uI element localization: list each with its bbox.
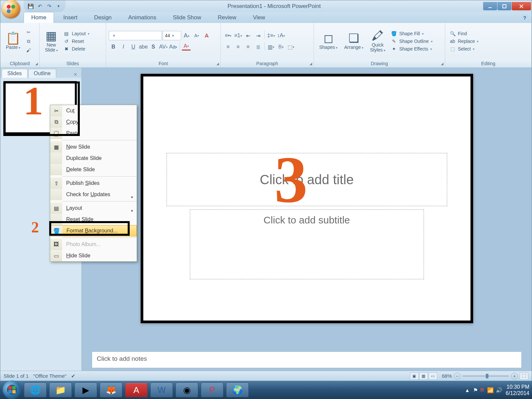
tab-slideshow[interactable]: Slide Show bbox=[166, 12, 208, 23]
ctx-layout[interactable]: ▤Layout bbox=[50, 202, 137, 214]
char-spacing-button[interactable]: AV bbox=[159, 42, 168, 52]
ctx-check-updates[interactable]: Check for Updates bbox=[50, 189, 137, 200]
launcher-icon[interactable]: ◢ bbox=[35, 62, 38, 66]
ctx-reset-slide[interactable]: Reset Slide bbox=[50, 214, 137, 225]
tray-shield-icon[interactable]: ⛨ bbox=[480, 387, 485, 393]
underline-button[interactable]: U bbox=[129, 42, 138, 52]
launcher-icon[interactable]: ◢ bbox=[310, 62, 312, 66]
bold-button[interactable]: B bbox=[109, 42, 118, 52]
numbering-button[interactable]: ≡1 bbox=[233, 31, 243, 40]
close-panel-icon[interactable]: ✕ bbox=[71, 71, 80, 78]
ctx-cut[interactable]: ✂Cut bbox=[50, 105, 137, 116]
undo-icon[interactable]: ↶ bbox=[36, 3, 44, 10]
ctx-copy[interactable]: ⧉Copy bbox=[50, 116, 137, 128]
redo-icon[interactable]: ↷ bbox=[46, 3, 53, 10]
smartart-button[interactable]: ⬚ bbox=[286, 42, 296, 52]
spellcheck-icon[interactable]: ✔ bbox=[71, 373, 75, 379]
tab-insert[interactable]: Insert bbox=[56, 12, 85, 23]
tray-network-icon[interactable]: 📶 bbox=[487, 387, 494, 393]
find-button[interactable]: 🔍Find bbox=[448, 30, 480, 37]
tab-slides[interactable]: Slides bbox=[2, 69, 28, 78]
launcher-icon[interactable]: ◢ bbox=[441, 62, 444, 66]
zoom-slider[interactable] bbox=[463, 375, 509, 377]
tray-flag-icon[interactable]: ⚑ bbox=[473, 387, 478, 393]
cut-icon[interactable]: ✂ bbox=[25, 28, 33, 36]
ctx-publish-slides[interactable]: ⇪Publish Slides bbox=[50, 178, 137, 189]
zoom-out-button[interactable]: − bbox=[454, 373, 461, 379]
arrange-button[interactable]: ❏Arrange bbox=[341, 31, 366, 51]
ctx-photo-album[interactable]: 🖼Photo Album... bbox=[50, 239, 137, 250]
task-app-icon[interactable]: 🌍 bbox=[226, 383, 249, 397]
fit-window-icon[interactable]: ⛶ bbox=[520, 372, 528, 380]
qat-dropdown-icon[interactable]: ▼ bbox=[55, 3, 62, 10]
align-center-icon[interactable]: ≡ bbox=[233, 42, 243, 52]
align-left-icon[interactable]: ≡ bbox=[223, 42, 233, 52]
replace-button[interactable]: abReplace bbox=[448, 38, 480, 45]
task-powerpoint-icon[interactable]: P bbox=[201, 383, 223, 397]
grow-font-icon[interactable]: A▴ bbox=[182, 31, 191, 40]
shape-fill-button[interactable]: 🪣Shape Fill bbox=[389, 30, 434, 37]
close-button[interactable] bbox=[512, 2, 531, 10]
change-case-button[interactable]: Aa bbox=[169, 42, 178, 52]
start-button[interactable] bbox=[3, 380, 21, 399]
task-firefox-icon[interactable]: 🦊 bbox=[100, 383, 122, 397]
task-word-icon[interactable]: W bbox=[150, 383, 173, 397]
slide-canvas[interactable]: Click to add title Click to add subtitle bbox=[141, 74, 473, 323]
task-explorer-icon[interactable]: 📁 bbox=[49, 383, 72, 397]
layout-button[interactable]: ▤Layout bbox=[62, 30, 91, 37]
notes-pane[interactable]: Click to add notes bbox=[92, 351, 522, 368]
reset-button[interactable]: ↺Reset bbox=[62, 38, 91, 45]
office-button[interactable] bbox=[2, 0, 20, 18]
maximize-button[interactable] bbox=[497, 2, 511, 10]
shadow-button[interactable]: S bbox=[149, 42, 158, 52]
new-slide-button[interactable]: ▦New Slide bbox=[42, 29, 61, 54]
delete-button[interactable]: ✖Delete bbox=[62, 46, 91, 52]
justify-icon[interactable]: ≣ bbox=[253, 42, 263, 52]
sorter-view-icon[interactable]: ▦ bbox=[419, 372, 428, 380]
title-placeholder[interactable]: Click to add title bbox=[167, 153, 447, 206]
ctx-delete-slide[interactable]: Delete Slide bbox=[50, 164, 137, 175]
align-text-button[interactable]: ⎘ bbox=[276, 42, 286, 52]
tray-volume-icon[interactable]: 🔊 bbox=[496, 387, 502, 393]
quick-styles-button[interactable]: 🖍Quick Styles bbox=[367, 29, 388, 54]
decrease-indent-icon[interactable]: ⇤ bbox=[243, 31, 253, 40]
tab-outline[interactable]: Outline bbox=[28, 69, 57, 78]
zoom-in-button[interactable]: + bbox=[511, 373, 518, 379]
ctx-hide-slide[interactable]: ▭Hide Slide bbox=[50, 250, 137, 261]
tab-animations[interactable]: Animations bbox=[121, 12, 164, 23]
line-spacing-button[interactable]: ‡≡ bbox=[266, 31, 276, 40]
task-chrome-icon[interactable]: ◉ bbox=[176, 383, 198, 397]
launcher-icon[interactable]: ◢ bbox=[216, 62, 219, 66]
select-button[interactable]: ⬚Select bbox=[448, 46, 480, 52]
task-adobe-icon[interactable]: A bbox=[125, 383, 148, 397]
normal-view-icon[interactable]: ▣ bbox=[410, 372, 419, 380]
tab-home[interactable]: Home bbox=[24, 12, 54, 23]
ctx-format-background[interactable]: 🪣Format Background... bbox=[50, 225, 137, 236]
shapes-button[interactable]: ◻Shapes bbox=[317, 31, 340, 51]
bullets-button[interactable]: ≡• bbox=[223, 31, 233, 40]
save-icon[interactable]: 💾 bbox=[27, 3, 34, 10]
system-clock[interactable]: 10:30 PM 6/12/2014 bbox=[506, 384, 529, 396]
strike-button[interactable]: abe bbox=[139, 42, 148, 52]
slideshow-view-icon[interactable]: ▭ bbox=[429, 372, 437, 380]
tab-design[interactable]: Design bbox=[87, 12, 119, 23]
minimize-button[interactable] bbox=[483, 2, 497, 10]
shape-outline-button[interactable]: ✎Shape Outline bbox=[389, 38, 434, 45]
font-family-combo[interactable]: ▼ bbox=[109, 31, 162, 40]
ctx-paste[interactable]: 📋Paste bbox=[50, 128, 137, 139]
task-media-icon[interactable]: ▶ bbox=[74, 383, 97, 397]
ctx-new-slide[interactable]: ▦New Slide bbox=[50, 141, 137, 153]
ctx-duplicate-slide[interactable]: Duplicate Slide bbox=[50, 153, 137, 164]
tab-review[interactable]: Review bbox=[210, 12, 244, 23]
shrink-font-icon[interactable]: A▾ bbox=[192, 31, 201, 40]
font-color-button[interactable]: A bbox=[182, 42, 191, 51]
copy-icon[interactable]: ⧉ bbox=[25, 37, 33, 45]
increase-indent-icon[interactable]: ⇥ bbox=[253, 31, 263, 40]
clear-format-icon[interactable]: A̶ bbox=[202, 31, 211, 40]
align-right-icon[interactable]: ≡ bbox=[243, 42, 253, 52]
font-size-combo[interactable]: 44▼ bbox=[163, 31, 181, 40]
text-direction-button[interactable]: ↕A bbox=[276, 31, 286, 40]
tray-up-icon[interactable]: ▲ bbox=[465, 387, 470, 393]
help-icon[interactable]: ? bbox=[521, 14, 528, 21]
tab-view[interactable]: View bbox=[246, 12, 273, 23]
